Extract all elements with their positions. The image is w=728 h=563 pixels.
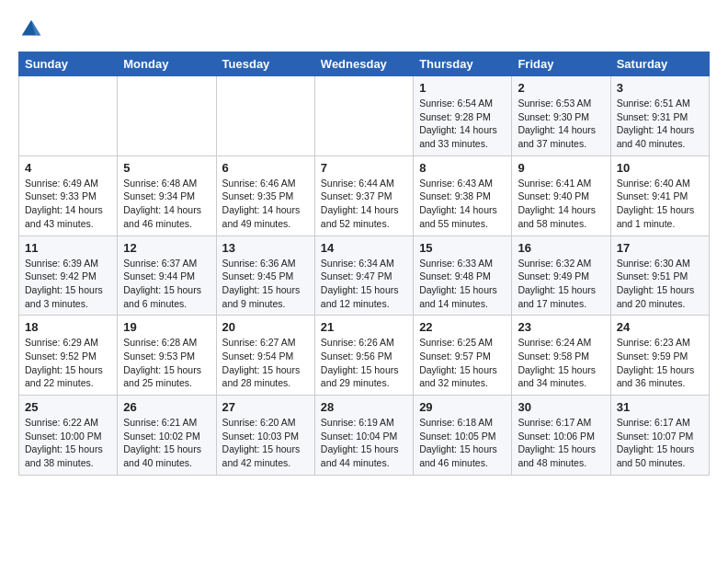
- week-row-4: 18Sunrise: 6:29 AM Sunset: 9:52 PM Dayli…: [19, 316, 710, 396]
- day-cell: 12Sunrise: 6:37 AM Sunset: 9:44 PM Dayli…: [118, 236, 216, 316]
- week-row-5: 25Sunrise: 6:22 AM Sunset: 10:00 PM Dayl…: [19, 396, 710, 476]
- day-info: Sunrise: 6:39 AM Sunset: 9:42 PM Dayligh…: [25, 257, 111, 311]
- day-info: Sunrise: 6:17 AM Sunset: 10:07 PM Daylig…: [617, 416, 703, 470]
- day-cell: 28Sunrise: 6:19 AM Sunset: 10:04 PM Dayl…: [314, 396, 413, 476]
- day-number: 20: [222, 320, 309, 334]
- day-number: 16: [518, 241, 604, 255]
- day-info: Sunrise: 6:46 AM Sunset: 9:35 PM Dayligh…: [222, 177, 309, 231]
- day-info: Sunrise: 6:25 AM Sunset: 9:57 PM Dayligh…: [419, 336, 506, 390]
- day-cell: [216, 76, 314, 156]
- day-cell: 24Sunrise: 6:23 AM Sunset: 9:59 PM Dayli…: [610, 316, 709, 396]
- day-info: Sunrise: 6:33 AM Sunset: 9:48 PM Dayligh…: [419, 257, 506, 311]
- day-cell: 23Sunrise: 6:24 AM Sunset: 9:58 PM Dayli…: [512, 316, 610, 396]
- day-number: 15: [419, 241, 506, 255]
- day-info: Sunrise: 6:20 AM Sunset: 10:03 PM Daylig…: [222, 416, 309, 470]
- day-cell: 30Sunrise: 6:17 AM Sunset: 10:06 PM Dayl…: [512, 396, 610, 476]
- day-number: 28: [321, 400, 407, 414]
- day-cell: 14Sunrise: 6:34 AM Sunset: 9:47 PM Dayli…: [314, 236, 413, 316]
- day-number: 3: [617, 81, 703, 95]
- day-number: 24: [617, 320, 703, 334]
- day-info: Sunrise: 6:28 AM Sunset: 9:53 PM Dayligh…: [123, 336, 210, 390]
- day-cell: 6Sunrise: 6:46 AM Sunset: 9:35 PM Daylig…: [216, 155, 314, 236]
- day-number: 23: [518, 320, 604, 334]
- day-number: 7: [321, 161, 407, 175]
- page: SundayMondayTuesdayWednesdayThursdayFrid…: [0, 0, 728, 492]
- weekday-header-row: SundayMondayTuesdayWednesdayThursdayFrid…: [19, 52, 710, 76]
- day-number: 25: [25, 400, 111, 414]
- weekday-friday: Friday: [512, 52, 610, 76]
- weekday-tuesday: Tuesday: [216, 52, 314, 76]
- day-info: Sunrise: 6:54 AM Sunset: 9:28 PM Dayligh…: [419, 97, 506, 151]
- day-cell: 31Sunrise: 6:17 AM Sunset: 10:07 PM Dayl…: [610, 396, 709, 476]
- day-number: 19: [123, 320, 210, 334]
- day-info: Sunrise: 6:21 AM Sunset: 10:02 PM Daylig…: [123, 416, 210, 470]
- day-number: 6: [222, 161, 309, 175]
- header: [18, 17, 710, 42]
- day-cell: 8Sunrise: 6:43 AM Sunset: 9:38 PM Daylig…: [414, 155, 512, 236]
- day-cell: 26Sunrise: 6:21 AM Sunset: 10:02 PM Dayl…: [118, 396, 216, 476]
- day-cell: 1Sunrise: 6:54 AM Sunset: 9:28 PM Daylig…: [414, 76, 512, 156]
- day-info: Sunrise: 6:34 AM Sunset: 9:47 PM Dayligh…: [321, 257, 407, 311]
- day-number: 22: [419, 320, 506, 334]
- week-row-2: 4Sunrise: 6:49 AM Sunset: 9:33 PM Daylig…: [19, 155, 710, 236]
- day-info: Sunrise: 6:32 AM Sunset: 9:49 PM Dayligh…: [518, 257, 604, 311]
- week-row-1: 1Sunrise: 6:54 AM Sunset: 9:28 PM Daylig…: [19, 76, 710, 156]
- day-number: 12: [123, 241, 210, 255]
- day-number: 2: [518, 81, 604, 95]
- day-info: Sunrise: 6:37 AM Sunset: 9:44 PM Dayligh…: [123, 257, 210, 311]
- day-number: 10: [617, 161, 703, 175]
- day-cell: 10Sunrise: 6:40 AM Sunset: 9:41 PM Dayli…: [610, 155, 709, 236]
- day-number: 5: [123, 161, 210, 175]
- day-number: 31: [617, 400, 703, 414]
- day-info: Sunrise: 6:49 AM Sunset: 9:33 PM Dayligh…: [25, 177, 111, 231]
- day-number: 14: [321, 241, 407, 255]
- day-cell: [118, 76, 216, 156]
- day-info: Sunrise: 6:41 AM Sunset: 9:40 PM Dayligh…: [518, 177, 604, 231]
- day-cell: 25Sunrise: 6:22 AM Sunset: 10:00 PM Dayl…: [19, 396, 118, 476]
- day-cell: 7Sunrise: 6:44 AM Sunset: 9:37 PM Daylig…: [314, 155, 413, 236]
- day-info: Sunrise: 6:44 AM Sunset: 9:37 PM Dayligh…: [321, 177, 407, 231]
- weekday-thursday: Thursday: [414, 52, 512, 76]
- day-info: Sunrise: 6:19 AM Sunset: 10:04 PM Daylig…: [321, 416, 407, 470]
- day-info: Sunrise: 6:53 AM Sunset: 9:30 PM Dayligh…: [518, 97, 604, 151]
- day-info: Sunrise: 6:43 AM Sunset: 9:38 PM Dayligh…: [419, 177, 506, 231]
- day-info: Sunrise: 6:51 AM Sunset: 9:31 PM Dayligh…: [617, 97, 703, 151]
- day-info: Sunrise: 6:40 AM Sunset: 9:41 PM Dayligh…: [617, 177, 703, 231]
- weekday-saturday: Saturday: [610, 52, 709, 76]
- weekday-wednesday: Wednesday: [314, 52, 413, 76]
- day-cell: 16Sunrise: 6:32 AM Sunset: 9:49 PM Dayli…: [512, 236, 610, 316]
- day-info: Sunrise: 6:36 AM Sunset: 9:45 PM Dayligh…: [222, 257, 309, 311]
- weekday-monday: Monday: [118, 52, 216, 76]
- day-info: Sunrise: 6:30 AM Sunset: 9:51 PM Dayligh…: [617, 257, 703, 311]
- day-cell: 29Sunrise: 6:18 AM Sunset: 10:05 PM Dayl…: [414, 396, 512, 476]
- logo: [18, 17, 48, 42]
- day-cell: 3Sunrise: 6:51 AM Sunset: 9:31 PM Daylig…: [610, 76, 709, 156]
- day-cell: 27Sunrise: 6:20 AM Sunset: 10:03 PM Dayl…: [216, 396, 314, 476]
- day-info: Sunrise: 6:27 AM Sunset: 9:54 PM Dayligh…: [222, 336, 309, 390]
- day-info: Sunrise: 6:48 AM Sunset: 9:34 PM Dayligh…: [123, 177, 210, 231]
- day-info: Sunrise: 6:24 AM Sunset: 9:58 PM Dayligh…: [518, 336, 604, 390]
- day-cell: 13Sunrise: 6:36 AM Sunset: 9:45 PM Dayli…: [216, 236, 314, 316]
- day-number: 1: [419, 81, 506, 95]
- day-info: Sunrise: 6:22 AM Sunset: 10:00 PM Daylig…: [25, 416, 111, 470]
- day-cell: 15Sunrise: 6:33 AM Sunset: 9:48 PM Dayli…: [414, 236, 512, 316]
- weekday-sunday: Sunday: [19, 52, 118, 76]
- day-info: Sunrise: 6:17 AM Sunset: 10:06 PM Daylig…: [518, 416, 604, 470]
- day-number: 18: [25, 320, 111, 334]
- day-cell: 11Sunrise: 6:39 AM Sunset: 9:42 PM Dayli…: [19, 236, 118, 316]
- day-cell: 21Sunrise: 6:26 AM Sunset: 9:56 PM Dayli…: [314, 316, 413, 396]
- day-cell: 5Sunrise: 6:48 AM Sunset: 9:34 PM Daylig…: [118, 155, 216, 236]
- day-cell: 20Sunrise: 6:27 AM Sunset: 9:54 PM Dayli…: [216, 316, 314, 396]
- day-cell: 4Sunrise: 6:49 AM Sunset: 9:33 PM Daylig…: [19, 155, 118, 236]
- day-cell: 18Sunrise: 6:29 AM Sunset: 9:52 PM Dayli…: [19, 316, 118, 396]
- day-number: 4: [25, 161, 111, 175]
- day-number: 29: [419, 400, 506, 414]
- day-cell: 22Sunrise: 6:25 AM Sunset: 9:57 PM Dayli…: [414, 316, 512, 396]
- day-number: 21: [321, 320, 407, 334]
- day-number: 17: [617, 241, 703, 255]
- week-row-3: 11Sunrise: 6:39 AM Sunset: 9:42 PM Dayli…: [19, 236, 710, 316]
- day-number: 30: [518, 400, 604, 414]
- day-cell: 19Sunrise: 6:28 AM Sunset: 9:53 PM Dayli…: [118, 316, 216, 396]
- day-info: Sunrise: 6:23 AM Sunset: 9:59 PM Dayligh…: [617, 336, 703, 390]
- day-cell: 17Sunrise: 6:30 AM Sunset: 9:51 PM Dayli…: [610, 236, 709, 316]
